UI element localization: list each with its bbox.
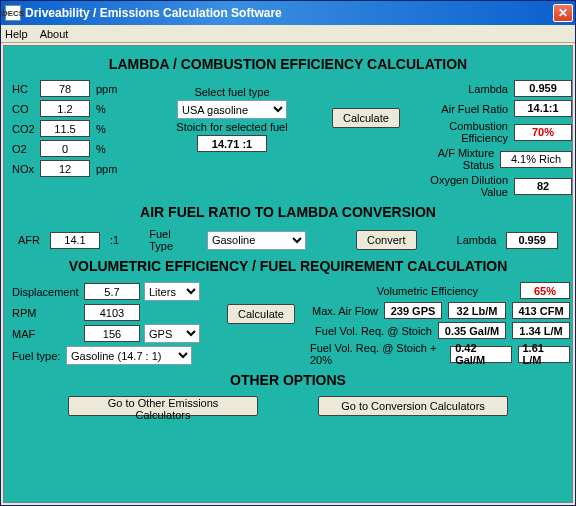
menubar: Help About xyxy=(1,25,575,43)
titlebar: DECS Driveability / Emissions Calculatio… xyxy=(1,1,575,25)
od-value: 82 xyxy=(514,178,572,195)
maf-unit-select[interactable]: GPS xyxy=(144,324,200,343)
app-window: DECS Driveability / Emissions Calculatio… xyxy=(0,0,576,506)
hc-unit: ppm xyxy=(96,83,117,95)
other-buttons: Go to Other Emissions Calculators Go to … xyxy=(12,396,564,416)
client-area: LAMBDA / COMBUSTION EFFICIENCY CALCULATI… xyxy=(3,45,573,503)
co-label: CO xyxy=(12,103,40,115)
sec2-heading: AIR FUEL RATIO TO LAMBDA CONVERSION xyxy=(12,204,564,220)
sec1-heading: LAMBDA / COMBUSTION EFFICIENCY CALCULATI… xyxy=(12,56,564,72)
fvrs20-lm: 1.61 L/M xyxy=(518,346,571,363)
sec2-fueltype-label: Fuel Type xyxy=(149,228,197,252)
maxaf-lbm: 32 Lb/M xyxy=(448,302,506,319)
maxaf-cfm: 413 CFM xyxy=(512,302,570,319)
o2-input[interactable] xyxy=(40,140,90,157)
fuel-type-col: Select fuel type USA gasoline Stoich for… xyxy=(132,80,332,198)
fvrs-lm: 1.34 L/M xyxy=(512,322,570,339)
sec2-fueltype-select[interactable]: Gasoline xyxy=(207,231,306,250)
sec2-afr-input[interactable] xyxy=(50,232,100,249)
sec2-afr-label: AFR xyxy=(18,234,40,246)
rpm-input[interactable] xyxy=(84,304,140,321)
window-title: Driveability / Emissions Calculation Sof… xyxy=(25,6,553,20)
sec2-lambda-label: Lambda xyxy=(457,234,497,246)
maxaf-label: Max. Air Flow xyxy=(312,305,378,317)
co-input[interactable] xyxy=(40,100,90,117)
lambda-value: 0.959 xyxy=(514,80,572,97)
sec1-calculate-button[interactable]: Calculate xyxy=(332,108,400,128)
sec3-calculate-button[interactable]: Calculate xyxy=(227,304,295,324)
app-icon: DECS xyxy=(5,5,21,21)
convert-button[interactable]: Convert xyxy=(356,230,417,250)
close-icon[interactable]: ✕ xyxy=(553,4,573,22)
fueltype-label: Select fuel type xyxy=(194,86,269,98)
stoich-value: 14.71 :1 xyxy=(197,135,267,152)
other-heading: OTHER OPTIONS xyxy=(12,372,564,388)
lambda-label: Lambda xyxy=(412,83,508,95)
menu-about[interactable]: About xyxy=(40,28,69,40)
hc-label: HC xyxy=(12,83,40,95)
afr-value: 14.1:1 xyxy=(514,100,572,117)
ve-value: 65% xyxy=(520,282,570,299)
fvrs20-gal: 0.42 Gal/M xyxy=(450,346,511,363)
sec3-heading: VOLUMETRIC EFFICIENCY / FUEL REQUIREMENT… xyxy=(12,258,564,274)
other-emissions-button[interactable]: Go to Other Emissions Calculators xyxy=(68,396,258,416)
nox-unit: ppm xyxy=(96,163,117,175)
sec1: HC ppm CO % CO2 % O2 % xyxy=(12,80,564,198)
o2-label: O2 xyxy=(12,143,40,155)
sec3-fueltype-select[interactable]: Gasoline (14.7 : 1) xyxy=(66,346,192,365)
rpm-label: RPM xyxy=(12,307,84,319)
ce-label: Combustion Efficiency xyxy=(412,120,508,144)
maf-label: MAF xyxy=(12,328,84,340)
co-unit: % xyxy=(96,103,106,115)
co2-unit: % xyxy=(96,123,106,135)
sec2-afr-unit: :1 xyxy=(110,234,119,246)
maf-input[interactable] xyxy=(84,325,140,342)
maxaf-gps: 239 GPS xyxy=(384,302,442,319)
mix-value: 4.1% Rich xyxy=(500,151,572,168)
nox-label: NOx xyxy=(12,163,40,175)
fvrs-gal: 0.35 Gal/M xyxy=(438,322,506,339)
gas-inputs: HC ppm CO % CO2 % O2 % xyxy=(12,80,132,198)
disp-input[interactable] xyxy=(84,283,140,300)
fvrs20-label: Fuel Vol. Req. @ Stoich + 20% xyxy=(310,342,444,366)
fvrs-label: Fuel Vol. Req. @ Stoich xyxy=(315,325,432,337)
sec2: AFR :1 Fuel Type Gasoline Convert Lambda… xyxy=(18,228,558,252)
nox-input[interactable] xyxy=(40,160,90,177)
stoich-label: Stoich for selected fuel xyxy=(176,121,287,133)
hc-input[interactable] xyxy=(40,80,90,97)
sec3: Displacement Liters RPM MAF GPS Fuel typ… xyxy=(12,282,564,366)
sec1-results: Lambda 0.959 Air Fuel Ratio 14.1:1 Combu… xyxy=(412,80,572,198)
sec3-fueltype-label: Fuel type: xyxy=(12,350,66,362)
ce-value: 70% xyxy=(514,124,572,141)
mix-label: A/F Mixture Status xyxy=(412,147,494,171)
co2-input[interactable] xyxy=(40,120,90,137)
menu-help[interactable]: Help xyxy=(5,28,28,40)
co2-label: CO2 xyxy=(12,123,40,135)
ve-label: Volumetric Efficiency xyxy=(377,285,478,297)
o2-unit: % xyxy=(96,143,106,155)
conversion-calculators-button[interactable]: Go to Conversion Calculators xyxy=(318,396,508,416)
disp-unit-select[interactable]: Liters xyxy=(144,282,200,301)
fueltype-select[interactable]: USA gasoline xyxy=(177,100,287,119)
sec2-lambda-value: 0.959 xyxy=(506,232,558,249)
od-label: Oxygen Dilution Value xyxy=(412,174,508,198)
disp-label: Displacement xyxy=(12,286,84,298)
afr-label: Air Fuel Ratio xyxy=(412,103,508,115)
